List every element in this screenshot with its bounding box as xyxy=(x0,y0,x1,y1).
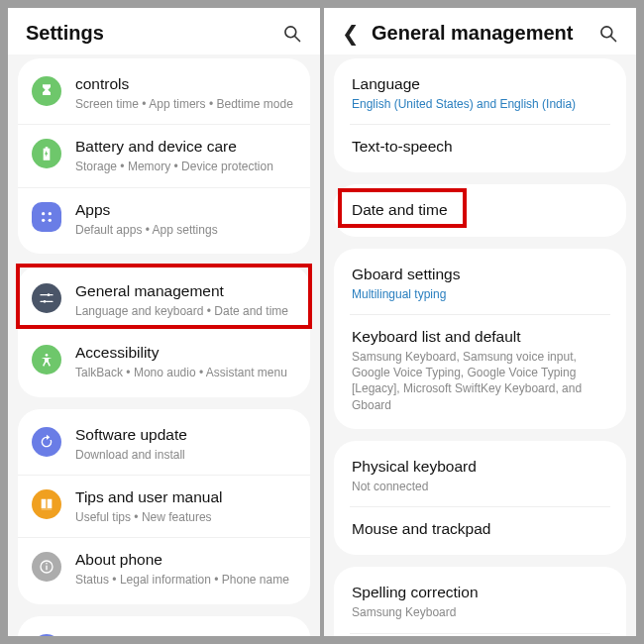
row-apps[interactable]: Apps Default apps • App settings xyxy=(18,187,310,250)
row-title: Accessibility xyxy=(75,343,296,363)
svg-point-2 xyxy=(42,212,45,215)
row-tts[interactable]: Text-to-speech xyxy=(334,125,626,168)
settings-list: controls Screen time • App timers • Bedt… xyxy=(8,54,320,636)
row-title: Gboard settings xyxy=(352,265,612,284)
row-sub: Storage • Memory • Device protection xyxy=(75,159,296,174)
row-title: controls xyxy=(75,74,296,94)
row-software-update[interactable]: Software update Download and install xyxy=(18,413,310,475)
row-title: Tips and user manual xyxy=(75,487,296,507)
row-spelling-correction[interactable]: Spelling correction Samsung Keyboard xyxy=(334,571,626,632)
row-title: General management xyxy=(75,281,296,301)
card: Gboard settings Multilingual typing Keyb… xyxy=(334,249,626,429)
apps-icon xyxy=(32,202,61,232)
page-title: General management xyxy=(372,22,598,45)
settings-panel: Settings controls Screen time • App time… xyxy=(8,8,320,636)
card: Spelling correction Samsung Keyboard Pas… xyxy=(334,567,626,636)
svg-rect-11 xyxy=(46,563,47,564)
braces-icon xyxy=(32,634,61,636)
accessibility-icon xyxy=(32,345,61,375)
svg-point-4 xyxy=(42,218,45,221)
svg-point-5 xyxy=(49,218,52,221)
row-developer-options[interactable]: Developer options Developer options xyxy=(18,620,310,636)
card: Physical keyboard Not connected Mouse an… xyxy=(334,441,626,555)
row-sub: Language and keyboard • Date and time xyxy=(75,303,296,319)
row-sub: Not connected xyxy=(352,479,612,494)
info-icon xyxy=(32,552,61,582)
row-tips[interactable]: Tips and user manual Useful tips • New f… xyxy=(18,475,310,537)
back-icon[interactable]: ❮ xyxy=(342,23,360,44)
row-battery[interactable]: Battery and device care Storage • Memory… xyxy=(18,124,310,186)
sliders-icon xyxy=(32,283,61,313)
svg-line-13 xyxy=(611,36,616,41)
row-sub: TalkBack • Mono audio • Assistant menu xyxy=(75,365,296,380)
row-sub: Multilingual typing xyxy=(352,286,612,302)
row-about-phone[interactable]: About phone Status • Legal information •… xyxy=(18,537,310,599)
row-title: About phone xyxy=(75,550,296,570)
row-date-and-time[interactable]: Date and time xyxy=(334,188,626,232)
search-icon[interactable] xyxy=(282,24,302,44)
card: Language English (United States) and Eng… xyxy=(334,58,626,172)
row-title: Physical keyboard xyxy=(352,457,612,477)
book-icon xyxy=(32,489,61,519)
svg-point-3 xyxy=(49,212,52,215)
page-title: Settings xyxy=(26,22,282,45)
search-icon[interactable] xyxy=(598,24,618,44)
row-controls[interactable]: controls Screen time • App timers • Bedt… xyxy=(18,62,310,124)
battery-icon xyxy=(32,139,61,168)
row-title: Developer options xyxy=(75,632,296,636)
row-sub: English (United States) and English (Ind… xyxy=(352,96,612,112)
row-title: Software update xyxy=(75,425,296,445)
row-title: Spelling correction xyxy=(352,583,612,602)
row-keyboard-list[interactable]: Keyboard list and default Samsung Keyboa… xyxy=(334,315,626,425)
card: General management Language and keyboard… xyxy=(18,266,310,397)
settings-header: Settings xyxy=(8,8,320,54)
row-sub: Default apps • App settings xyxy=(75,222,296,238)
row-sub: Status • Legal information • Phone name xyxy=(75,572,296,588)
svg-line-1 xyxy=(295,36,300,41)
card: Developer options Developer options xyxy=(18,616,310,636)
row-title: Text-to-speech xyxy=(352,137,612,157)
row-sub: Samsung Keyboard xyxy=(352,604,612,620)
row-title: Language xyxy=(352,74,612,94)
row-accessibility[interactable]: Accessibility TalkBack • Mono audio • As… xyxy=(18,331,310,392)
row-title: Apps xyxy=(75,200,296,220)
row-sub: Useful tips • New features xyxy=(75,509,296,525)
row-sub: Samsung Keyboard, Samsung voice input, G… xyxy=(352,349,612,413)
general-management-panel: ❮ General management Language English (U… xyxy=(324,8,636,636)
refresh-icon xyxy=(32,427,61,457)
svg-point-6 xyxy=(48,293,51,296)
svg-rect-10 xyxy=(46,566,47,571)
svg-point-8 xyxy=(46,354,49,357)
row-sub: Download and install xyxy=(75,447,296,463)
row-title: Date and time xyxy=(352,200,612,220)
gm-list: Language English (United States) and Eng… xyxy=(324,54,636,636)
row-title: Mouse and trackpad xyxy=(352,519,612,539)
row-language[interactable]: Language English (United States) and Eng… xyxy=(334,62,626,124)
row-passwords-autofill[interactable]: Passwords and autofill xyxy=(334,634,626,636)
row-title: Battery and device care xyxy=(75,137,296,157)
gm-header: ❮ General management xyxy=(324,8,636,54)
row-gboard-settings[interactable]: Gboard settings Multilingual typing xyxy=(334,253,626,314)
card: controls Screen time • App timers • Bedt… xyxy=(18,58,310,254)
row-sub: Screen time • App timers • Bedtime mode xyxy=(75,96,296,112)
row-title: Keyboard list and default xyxy=(352,327,612,347)
row-physical-keyboard[interactable]: Physical keyboard Not connected xyxy=(334,445,626,506)
card: Software update Download and install Tip… xyxy=(18,409,310,604)
row-mouse-trackpad[interactable]: Mouse and trackpad xyxy=(334,507,626,551)
card: Date and time xyxy=(334,184,626,236)
svg-point-7 xyxy=(44,300,47,303)
row-general-management[interactable]: General management Language and keyboard… xyxy=(18,269,310,331)
hourglass-icon xyxy=(32,76,61,106)
